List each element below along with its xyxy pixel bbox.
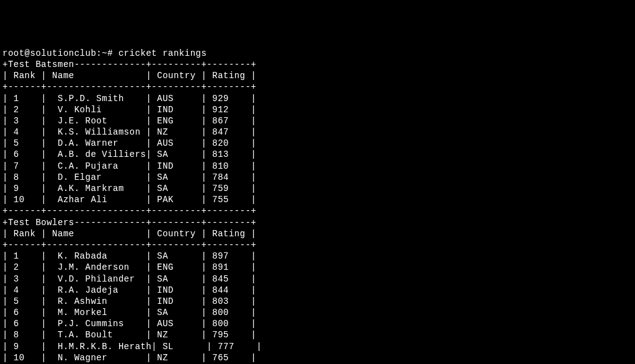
- shell-prompt: root@solutionclub:~#: [2, 48, 118, 58]
- tables-container: +Test Batsmen-------------+---------+---…: [2, 59, 633, 364]
- terminal-output: root@solutionclub:~# cricket rankings +T…: [2, 48, 633, 364]
- shell-command[interactable]: cricket rankings: [118, 48, 206, 58]
